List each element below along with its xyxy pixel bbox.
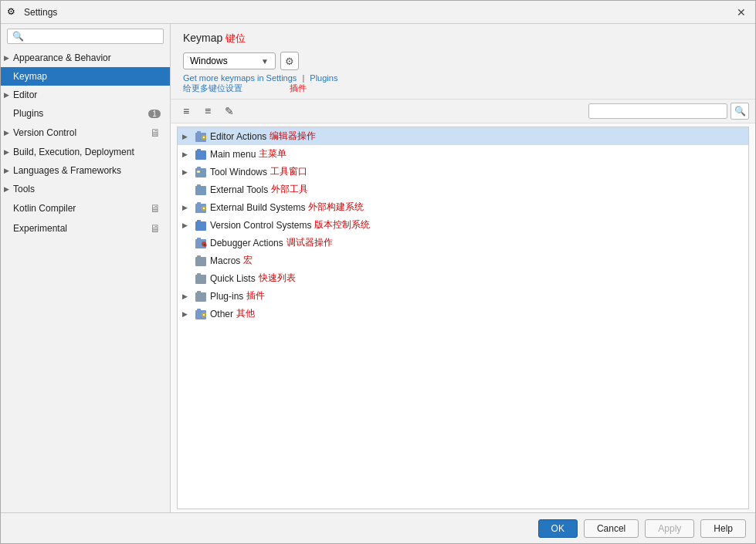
- get-more-keymaps-link[interactable]: Get more keymaps in Settings: [183, 73, 297, 83]
- sidebar-item-appearance-behavior[interactable]: Appearance & Behavior: [1, 49, 170, 67]
- svg-text:🐞: 🐞: [202, 242, 207, 248]
- svg-rect-17: [195, 221, 206, 231]
- cn-get-more-link[interactable]: 给更多键位设置: [183, 83, 242, 93]
- svg-rect-30: [197, 309, 201, 311]
- cn-plugins-text: 插件: [290, 83, 307, 93]
- tree-item-label-cn: 工具窗口: [270, 165, 307, 178]
- sidebar: 🔍 Appearance & Behavior Keymap Editor: [1, 24, 171, 512]
- find-shortcut-button[interactable]: 🔍: [731, 103, 749, 120]
- tree-item-vcs[interactable]: ▶ Version Control Systems 版本控制系统: [178, 216, 748, 234]
- edit-shortcut-button[interactable]: ✎: [220, 103, 239, 120]
- sidebar-search-box[interactable]: 🔍: [7, 29, 164, 44]
- sidebar-item-kotlin-compiler[interactable]: Kotlin Compiler 🖥: [1, 198, 170, 218]
- sidebar-item-experimental[interactable]: Experimental 🖥: [1, 218, 170, 238]
- tree-item-label-cn: 主菜单: [259, 147, 286, 160]
- keymap-links: Get more keymaps in Settings | Plugins 给…: [183, 73, 743, 94]
- svg-rect-6: [197, 149, 201, 151]
- tree-item-debugger[interactable]: 🐞 Debugger Actions 调试器操作: [178, 234, 748, 252]
- quick-lists-icon: [195, 272, 207, 285]
- vcs-icon: [195, 219, 207, 231]
- tree-item-main-menu[interactable]: ▶ Main menu 主菜单: [178, 145, 748, 163]
- expand-arrow-icon: ▶: [182, 133, 193, 140]
- tree-item-label: Other: [210, 309, 233, 319]
- tree-item-external-tools[interactable]: External Tools 外部工具: [178, 181, 748, 198]
- tree-item-label-cn: 调试器操作: [286, 236, 333, 249]
- plugins-badge: 1: [148, 110, 161, 118]
- tree-item-label: Debugger Actions: [210, 238, 283, 248]
- sidebar-item-label: Appearance & Behavior: [13, 52, 111, 63]
- search-shortcut-input[interactable]: [594, 106, 722, 117]
- svg-rect-8: [197, 167, 201, 169]
- keymap-gear-button[interactable]: ⚙: [280, 52, 299, 70]
- ok-button[interactable]: OK: [538, 519, 578, 538]
- expand-arrow-icon: ▶: [182, 204, 193, 211]
- expand-arrow-icon: ▶: [182, 221, 193, 229]
- svg-rect-27: [195, 292, 206, 302]
- toolbar: ≡ ≡ ✎ 🔍: [171, 100, 755, 123]
- sidebar-item-label: Languages & Frameworks: [13, 165, 121, 176]
- plug-ins-icon: [195, 290, 207, 302]
- tree-item-label: External Tools: [210, 184, 268, 195]
- sidebar-item-version-control[interactable]: Version Control 🖥: [1, 123, 170, 143]
- tree-item-macros[interactable]: Macros 宏: [178, 252, 748, 269]
- tree-item-label: Version Control Systems: [210, 220, 311, 231]
- sidebar-list: Appearance & Behavior Keymap Editor Plug…: [1, 49, 170, 512]
- tree-item-tool-windows[interactable]: ▶ Tool Windows 工具窗口: [178, 163, 748, 181]
- tree-item-label-cn: 外部工具: [271, 183, 308, 196]
- sidebar-item-build-execution[interactable]: Build, Execution, Deployment: [1, 143, 170, 161]
- tree-item-other[interactable]: ▶ Other 其他: [178, 305, 748, 323]
- sidebar-search-icon: 🔍: [12, 31, 24, 42]
- collapse-all-button[interactable]: ≡: [198, 103, 217, 120]
- keymap-dropdown[interactable]: Windows ▼: [183, 52, 276, 69]
- sidebar-search-input[interactable]: [27, 31, 158, 42]
- sidebar-item-languages-frameworks[interactable]: Languages & Frameworks: [1, 161, 170, 180]
- find-icon: 🔍: [734, 106, 746, 117]
- tree-item-label-cn: 外部构建系统: [308, 201, 364, 214]
- svg-rect-13: [197, 202, 201, 204]
- help-button[interactable]: Help: [700, 519, 746, 538]
- sidebar-item-label: Build, Execution, Deployment: [13, 147, 134, 157]
- external-tools-icon: [195, 184, 207, 196]
- sidebar-item-label: Version Control: [13, 127, 76, 138]
- debugger-icon: 🐞: [195, 237, 207, 249]
- tree-item-plug-ins[interactable]: ▶ Plug-ins 插件: [178, 287, 748, 305]
- main-content: Keymap 键位 Windows ▼ ⚙ Get more keymaps i…: [171, 24, 755, 512]
- tree-item-label: Macros: [210, 255, 240, 266]
- tree-item-label: Quick Lists: [210, 273, 256, 284]
- apply-button[interactable]: Apply: [645, 519, 694, 538]
- settings-dialog: ⚙ Settings ✕ 🔍 Appearance & Behavior Key…: [0, 0, 756, 544]
- keymap-controls: Windows ▼ ⚙: [183, 52, 743, 70]
- search-shortcut-box[interactable]: [588, 103, 727, 119]
- sidebar-item-tools[interactable]: Tools: [1, 180, 170, 198]
- sidebar-item-plugins[interactable]: Plugins 1: [1, 104, 170, 123]
- sidebar-item-label: Keymap: [13, 71, 47, 82]
- tool-windows-icon: [195, 166, 207, 178]
- cancel-button[interactable]: Cancel: [584, 519, 639, 538]
- keymap-title-line: Keymap 键位: [183, 32, 743, 46]
- svg-rect-20: [197, 238, 201, 240]
- svg-rect-9: [197, 171, 200, 173]
- tree-item-quick-lists[interactable]: Quick Lists 快速列表: [178, 269, 748, 287]
- tree-item-label: Editor Actions: [210, 131, 266, 142]
- dropdown-arrow-icon: ▼: [261, 57, 269, 66]
- svg-rect-28: [197, 291, 201, 293]
- keymap-dropdown-value: Windows: [190, 56, 228, 66]
- tree-item-label-cn: 版本控制系统: [314, 218, 370, 231]
- sidebar-item-editor[interactable]: Editor: [1, 86, 170, 104]
- svg-rect-23: [195, 257, 206, 266]
- svg-rect-18: [197, 220, 201, 222]
- links-separator: |: [302, 73, 307, 83]
- close-button[interactable]: ✕: [734, 5, 749, 20]
- expand-all-button[interactable]: ≡: [177, 103, 195, 120]
- sidebar-item-keymap[interactable]: Keymap: [1, 67, 170, 86]
- tree-item-external-build[interactable]: ▶ External Build Systems 外部构建系统: [178, 198, 748, 216]
- plugins-link[interactable]: Plugins: [310, 73, 337, 83]
- main-title: Keymap: [183, 32, 222, 44]
- tree-item-label: Plug-ins: [210, 291, 243, 302]
- tree-item-label-cn: 快速列表: [259, 272, 296, 285]
- svg-rect-26: [197, 273, 201, 275]
- experimental-icon: 🖥: [150, 222, 161, 235]
- tree-item-editor-actions[interactable]: ▶ Editor Actions 编辑器操作: [178, 127, 748, 145]
- svg-rect-1: [197, 131, 201, 133]
- main-menu-icon: [195, 148, 207, 160]
